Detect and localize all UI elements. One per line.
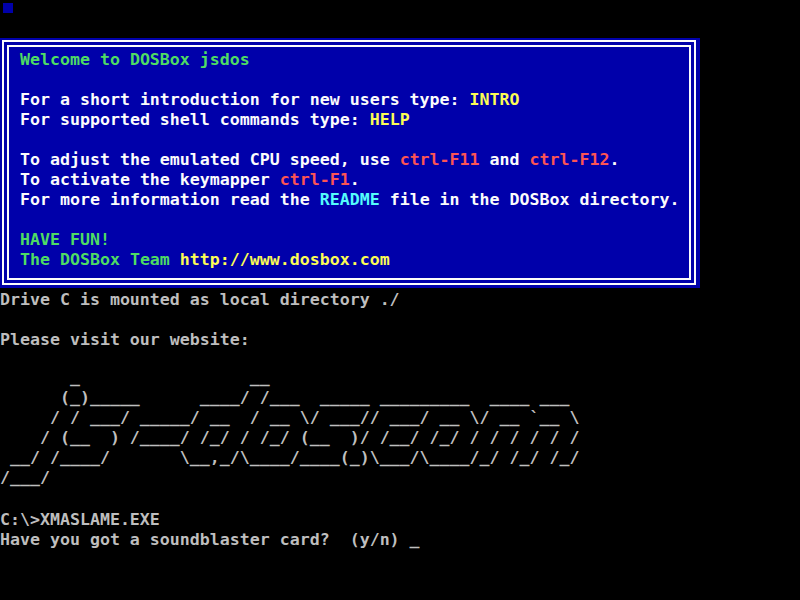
keymapper-line: To activate the keymapper ctrl-F1. xyxy=(20,170,360,190)
ascii-art-line: /___/ xyxy=(0,468,50,488)
cpu-text-period: . xyxy=(609,150,619,169)
ascii-art-line: / (__ ) /____/ /_/ / /_/ (__ )/ /__/ /_/… xyxy=(0,428,579,448)
ascii-art-line: / / ___/ _____/ __ / __ \/ ___// ___/ __… xyxy=(0,408,579,428)
command-prompt-line: C:\>XMASLAME.EXE xyxy=(0,510,160,530)
ascii-art-line: (_)_____ ____/ /___ _____ _________ ____… xyxy=(0,388,569,408)
cursor-artifact xyxy=(3,3,13,13)
have-fun-line: HAVE FUN! xyxy=(20,230,110,250)
cpu-hotkey-f11: ctrl-F11 xyxy=(400,150,480,169)
mount-message: Drive C is mounted as local directory ./ xyxy=(0,290,400,310)
intro-text: For a short introduction for new users t… xyxy=(20,90,470,109)
ascii-art-line: _ __ xyxy=(0,368,270,388)
help-keyword: HELP xyxy=(370,110,410,129)
dosbox-url: http://www.dosbox.com xyxy=(180,250,390,269)
welcome-message: Welcome to DOSBox jsdos xyxy=(20,50,250,70)
help-line: For supported shell commands type: HELP xyxy=(20,110,410,130)
cpu-text-and: and xyxy=(480,150,530,169)
readme-text-post: file in the DOSBox directory. xyxy=(380,190,680,209)
dos-terminal-screen[interactable]: Welcome to DOSBox jsdos For a short intr… xyxy=(0,0,800,600)
intro-line: For a short introduction for new users t… xyxy=(20,90,520,110)
cpu-speed-line: To adjust the emulated CPU speed, use ct… xyxy=(20,150,619,170)
website-message: Please visit our website: xyxy=(0,330,250,350)
readme-line: For more information read the README fil… xyxy=(20,190,679,210)
readme-text: For more information read the xyxy=(20,190,320,209)
cpu-text: To adjust the emulated CPU speed, use xyxy=(20,150,400,169)
text-cursor: _ xyxy=(410,530,420,549)
team-text: The DOSBox Team xyxy=(20,250,180,269)
team-line: The DOSBox Team http://www.dosbox.com xyxy=(20,250,390,270)
keymapper-text-period: . xyxy=(350,170,360,189)
keymapper-text: To activate the keymapper xyxy=(20,170,280,189)
readme-keyword: README xyxy=(320,190,380,209)
ascii-art-line: __/ /____/ \__,_/\____/____(_)\___/\____… xyxy=(0,448,579,468)
help-text: For supported shell commands type: xyxy=(20,110,370,129)
soundblaster-question-line: Have you got a soundblaster card? (y/n) … xyxy=(0,530,420,550)
cpu-hotkey-f12: ctrl-F12 xyxy=(530,150,610,169)
keymapper-hotkey: ctrl-F1 xyxy=(280,170,350,189)
intro-keyword: INTRO xyxy=(470,90,520,109)
question-text: Have you got a soundblaster card? (y/n) xyxy=(0,530,410,549)
